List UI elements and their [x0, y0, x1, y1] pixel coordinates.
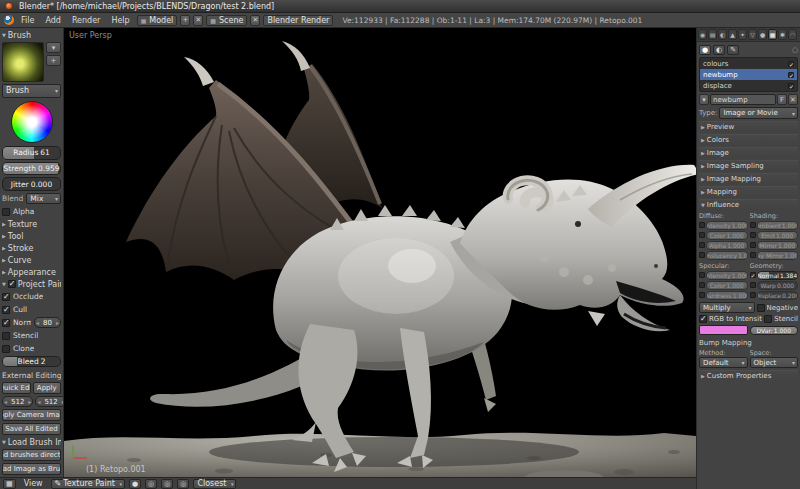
sampling-dropdown[interactable]: Closest — [193, 479, 236, 489]
falloff-button-1[interactable]: ◎ — [145, 479, 157, 489]
shading-emit-slider[interactable]: Emit1.000 — [757, 231, 799, 240]
editor-type-button[interactable]: ▦ — [3, 479, 16, 489]
pin-icon[interactable]: ○ — [792, 46, 798, 54]
specular-hardness-toggle[interactable] — [699, 292, 705, 298]
panel-appearance[interactable]: Appearance — [2, 267, 61, 277]
texture-type-dropdown[interactable]: Image or Movie — [719, 107, 798, 119]
mode-selector[interactable]: ✎ Texture Paint — [51, 479, 125, 489]
negative-checkbox[interactable] — [757, 304, 765, 312]
falloff-button-3[interactable]: ◎ — [177, 479, 189, 489]
blender-logo-icon[interactable] — [4, 15, 14, 25]
shading-ambient-slider[interactable]: Ambient1.000 — [757, 221, 799, 230]
brush-preview[interactable] — [2, 42, 44, 82]
normal-angle-field[interactable]: 80 — [34, 317, 61, 328]
panel-curve[interactable]: Curve — [2, 255, 61, 265]
render-engine-selector[interactable]: Blender Render — [263, 15, 333, 26]
3d-viewport[interactable]: User Persp (1) Retopo.001 — [64, 28, 696, 477]
panel-colors[interactable]: Colors — [699, 134, 798, 145]
panel-image-mapping[interactable]: Image Mapping — [699, 173, 798, 184]
add-brush-button[interactable]: + — [46, 55, 61, 66]
fake-user-button[interactable]: F — [777, 94, 787, 105]
specular-intensity-toggle[interactable] — [699, 272, 705, 278]
panel-preview[interactable]: Preview — [699, 121, 798, 132]
cull-checkbox[interactable] — [2, 306, 10, 314]
menu-help[interactable]: Help — [107, 16, 133, 25]
close-scene-button[interactable]: ✕ — [250, 15, 260, 26]
jitter-slider[interactable]: Jitter0.000 — [2, 177, 61, 191]
geometry-displace-slider[interactable]: Displace0.200 — [757, 291, 799, 300]
panel-project-paint[interactable]: Project Paint — [2, 279, 61, 289]
shading-ray-mirror-toggle[interactable] — [750, 252, 756, 258]
diffuse-color-slider[interactable]: Color1.000 — [706, 231, 748, 240]
quick-edit-button[interactable]: Quick Edit — [2, 382, 31, 394]
tab-world-icon[interactable]: ◐ — [718, 29, 727, 40]
panel-load-brush-images[interactable]: Load Brush Images — [2, 437, 61, 447]
falloff-button-2[interactable]: ◎ — [161, 479, 173, 489]
geometry-warp-slider[interactable]: Warp0.000 — [757, 281, 799, 290]
close-layout-button[interactable]: ✕ — [193, 15, 203, 26]
panel-image-sampling[interactable]: Image Sampling — [699, 160, 798, 171]
menu-render[interactable]: Render — [68, 16, 104, 25]
occlude-checkbox[interactable] — [2, 293, 10, 301]
slot-visibility-checkbox[interactable] — [788, 72, 794, 78]
stencil-checkbox[interactable] — [764, 315, 772, 323]
brush-textures-icon[interactable]: ✎ — [727, 45, 739, 55]
window-close-button[interactable] — [5, 2, 13, 10]
shading-mirror-toggle[interactable] — [750, 242, 756, 248]
diffuse-translucency-slider[interactable]: Translucency1.000 — [706, 251, 748, 260]
specular-intensity-slider[interactable]: Intensity1.000 — [706, 271, 748, 280]
texture-slot-row[interactable]: newbump — [700, 69, 797, 80]
world-textures-icon[interactable]: ◐ — [713, 45, 725, 55]
rgb-to-intensity-color-swatch[interactable] — [699, 325, 748, 335]
shading-ray-mirror-slider[interactable]: Ray Mirror1.000 — [757, 251, 799, 260]
diffuse-color-toggle[interactable] — [699, 232, 705, 238]
blend-mode-dropdown[interactable]: Mix — [26, 193, 61, 204]
blend-mode-dropdown[interactable]: Multiply — [699, 302, 755, 313]
tab-object-data-icon[interactable]: ▽ — [748, 29, 757, 40]
texture-browse-button[interactable]: ▾ — [699, 94, 709, 105]
diffuse-alpha-toggle[interactable] — [699, 242, 705, 248]
brush-browse-button[interactable]: ▾ — [46, 42, 61, 53]
load-brushes-directory-button[interactable]: Load brushes directory — [2, 449, 61, 461]
texture-slot-row[interactable]: displace — [700, 80, 797, 91]
bump-space-dropdown[interactable]: Object — [750, 357, 799, 368]
slot-visibility-checkbox[interactable] — [788, 61, 794, 67]
tab-modifiers-icon[interactable]: ✦ — [738, 29, 747, 40]
panel-stroke[interactable]: Stroke — [2, 243, 61, 253]
texture-name-field[interactable]: newbump — [710, 94, 776, 105]
tab-object-icon[interactable]: ▲ — [728, 29, 737, 40]
material-textures-icon[interactable]: ● — [699, 45, 711, 55]
shading-ambient-toggle[interactable] — [750, 222, 756, 228]
tab-material-icon[interactable]: ● — [758, 29, 767, 40]
resolution-y-field[interactable]: 512 — [35, 396, 64, 407]
panel-influence[interactable]: Influence — [699, 199, 798, 210]
texture-slot-row[interactable]: colours — [700, 58, 797, 69]
panel-tool[interactable]: Tool — [2, 231, 61, 241]
menu-add[interactable]: Add — [41, 16, 65, 25]
apply-button[interactable]: Apply — [33, 382, 62, 394]
diffuse-alpha-slider[interactable]: Alpha1.000 — [706, 241, 748, 250]
diffuse-intensity-toggle[interactable] — [699, 222, 705, 228]
project-paint-checkbox[interactable] — [8, 280, 16, 288]
panel-custom-properties[interactable]: Custom Properties — [699, 370, 798, 381]
rgb-to-intensity-checkbox[interactable] — [699, 315, 707, 323]
panel-texture[interactable]: Texture — [2, 219, 61, 229]
slot-visibility-checkbox[interactable] — [788, 83, 794, 89]
screen-layout-selector[interactable]: ▦ Model — [137, 15, 178, 26]
clone-checkbox[interactable] — [2, 345, 10, 353]
tab-physics-icon[interactable]: ◠ — [788, 29, 797, 40]
view-menu[interactable]: View — [20, 479, 47, 488]
stencil-checkbox[interactable] — [2, 332, 10, 340]
load-image-as-brush-button[interactable]: Load Image as Brush — [2, 463, 61, 475]
shading-emit-toggle[interactable] — [750, 232, 756, 238]
dvar-slider[interactable]: DVar:1.000 — [750, 326, 799, 335]
color-wheel-picker[interactable] — [11, 101, 53, 143]
specular-color-toggle[interactable] — [699, 282, 705, 288]
specular-color-slider[interactable]: Color1.000 — [706, 281, 748, 290]
brush-selector[interactable]: Brush — [2, 84, 61, 98]
viewport-shading-button[interactable]: ● — [129, 479, 141, 489]
geometry-displace-toggle[interactable] — [750, 292, 756, 298]
save-all-edited-button[interactable]: Save All Edited — [2, 423, 61, 435]
menu-file[interactable]: File — [17, 16, 38, 25]
resolution-x-field[interactable]: 512 — [2, 396, 33, 407]
